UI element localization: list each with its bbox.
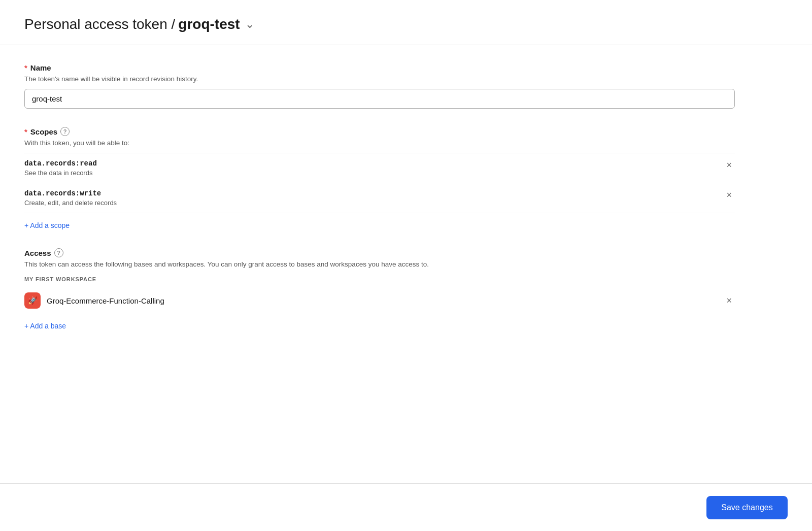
access-label: Access ?: [24, 248, 735, 257]
remove-scope-2-button[interactable]: ×: [723, 189, 735, 201]
token-name-heading: groq-test: [178, 16, 240, 32]
scopes-section: *Scopes ? With this token, you will be a…: [24, 127, 735, 230]
save-button-label: Save changes: [721, 503, 772, 512]
page-header: Personal access token / groq-test ⌄: [24, 16, 788, 32]
chevron-down-icon[interactable]: ⌄: [245, 18, 254, 31]
footer: Save changes: [0, 483, 812, 531]
scopes-label: *Scopes ?: [24, 127, 735, 136]
scopes-required-star: *: [24, 127, 27, 136]
base-item-left: 🚀 Groq-Ecommerce-Function-Calling: [24, 292, 164, 309]
name-input[interactable]: [24, 89, 735, 109]
scopes-list: data.records:read See the data in record…: [24, 153, 735, 213]
breadcrumb-prefix: Personal access token /: [24, 16, 175, 32]
scope-desc: See the data in records: [24, 169, 97, 177]
access-section: Access ? This token can access the follo…: [24, 248, 735, 330]
name-description: The token's name will be visible in reco…: [24, 75, 735, 83]
base-icon-emoji: 🚀: [28, 296, 38, 305]
add-base-label: + Add a base: [24, 322, 66, 330]
base-item: 🚀 Groq-Ecommerce-Function-Calling ×: [24, 287, 735, 314]
add-scope-label: + Add a scope: [24, 221, 70, 229]
scopes-label-text: Scopes: [30, 127, 57, 136]
scope-item-content: data.records:write Create, edit, and del…: [24, 189, 117, 207]
add-scope-button[interactable]: + Add a scope: [24, 221, 70, 229]
scope-item: data.records:write Create, edit, and del…: [24, 183, 735, 213]
name-section: *Name The token's name will be visible i…: [24, 63, 735, 109]
base-name: Groq-Ecommerce-Function-Calling: [47, 296, 164, 305]
remove-scope-1-button[interactable]: ×: [723, 159, 735, 171]
scopes-description: With this token, you will be able to:: [24, 139, 735, 147]
workspace-label: MY FIRST WORKSPACE: [24, 276, 735, 282]
access-help-icon[interactable]: ?: [54, 248, 63, 257]
name-label: *Name: [24, 63, 735, 72]
save-changes-button[interactable]: Save changes: [706, 496, 788, 519]
scope-name: data.records:read: [24, 159, 97, 168]
access-description: This token can access the following base…: [24, 260, 735, 268]
name-label-text: Name: [30, 63, 51, 72]
scopes-help-icon[interactable]: ?: [60, 127, 70, 136]
scope-item: data.records:read See the data in record…: [24, 153, 735, 183]
scope-name: data.records:write: [24, 189, 117, 197]
access-label-text: Access: [24, 249, 51, 257]
scope-desc: Create, edit, and delete records: [24, 199, 117, 207]
name-required-star: *: [24, 63, 27, 72]
add-base-button[interactable]: + Add a base: [24, 322, 66, 330]
page-title: Personal access token / groq-test ⌄: [24, 16, 254, 32]
scope-item-content: data.records:read See the data in record…: [24, 159, 97, 177]
base-icon: 🚀: [24, 292, 41, 309]
remove-base-button[interactable]: ×: [723, 295, 735, 306]
